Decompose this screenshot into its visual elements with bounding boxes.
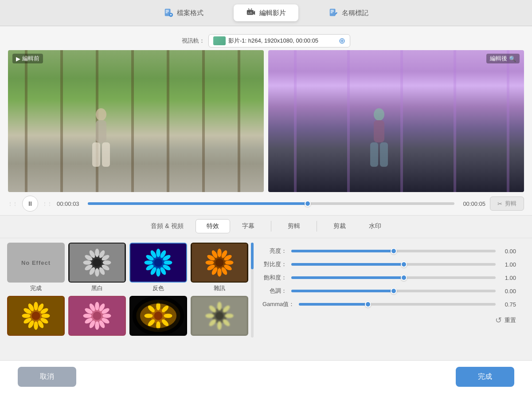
- brightness-value: 0.00: [500, 248, 516, 255]
- cut-button[interactable]: ✂ 剪輯: [490, 196, 524, 211]
- track-chevron-icon: ⊕: [339, 36, 345, 46]
- done-button[interactable]: 完成: [456, 367, 514, 387]
- tab-crop[interactable]: 剪裁: [322, 219, 357, 233]
- effect-noise[interactable]: 雜訊: [191, 243, 248, 292]
- tab-subtitles[interactable]: 字幕: [231, 219, 266, 233]
- effect-bw[interactable]: 黑白: [68, 243, 126, 292]
- before-label: ▶ 編輯前: [12, 54, 43, 63]
- search-icon-after: 🔍: [509, 55, 516, 62]
- hue-row: 色調： 0.00: [262, 287, 516, 295]
- effect-label-invert: 反色: [153, 284, 164, 292]
- gamma-thumb[interactable]: [365, 301, 371, 307]
- hue-thumb[interactable]: [391, 288, 397, 294]
- effect-blur[interactable]: [191, 296, 248, 338]
- svg-point-84: [93, 311, 101, 320]
- svg-point-38: [154, 258, 162, 267]
- effect-thumb-fisheye: [129, 296, 187, 336]
- reset-label[interactable]: 重置: [505, 316, 516, 324]
- tab-format-label: 檔案格式: [177, 9, 203, 17]
- contrast-fill: [291, 263, 404, 266]
- contrast-slider[interactable]: [291, 263, 496, 266]
- tab-divider2: [317, 221, 317, 232]
- effects-scrollbar[interactable]: [251, 243, 254, 338]
- effect-label-noise: 雜訊: [214, 284, 225, 292]
- brightness-thumb[interactable]: [391, 248, 397, 254]
- gamma-value: 0.75: [500, 301, 516, 308]
- contrast-row: 對比度： 1.00: [262, 260, 516, 268]
- gamma-fill: [299, 303, 368, 306]
- svg-point-42: [164, 260, 172, 265]
- svg-point-54: [217, 248, 222, 257]
- svg-point-94: [83, 314, 91, 318]
- svg-point-63: [205, 260, 214, 265]
- effect-fisheye[interactable]: [129, 296, 187, 338]
- svg-rect-9: [330, 9, 336, 16]
- effects-scroll-thumb: [251, 243, 254, 269]
- tab-effects[interactable]: 特效: [196, 219, 230, 233]
- svg-rect-1: [166, 10, 169, 11]
- effect-invert[interactable]: 反色: [129, 243, 187, 292]
- saturation-slider[interactable]: [291, 276, 496, 279]
- effect-thumb-blur: [191, 296, 248, 336]
- progress-thumb[interactable]: [305, 200, 311, 207]
- svg-point-91: [95, 321, 99, 330]
- effect-thumb-noise: [191, 243, 248, 283]
- saturation-thumb[interactable]: [401, 275, 407, 281]
- progress-bar[interactable]: [88, 202, 454, 205]
- svg-point-57: [225, 260, 233, 265]
- play-icon-small: ▶: [16, 55, 20, 62]
- cut-label: 剪輯: [505, 200, 516, 208]
- svg-line-7: [251, 8, 252, 10]
- svg-point-48: [144, 260, 153, 265]
- brightness-slider[interactable]: [291, 250, 496, 252]
- effects-grid: No Effect 完成: [7, 243, 248, 338]
- effect-pink[interactable]: [68, 296, 126, 338]
- tab-audio-video[interactable]: 音頻 & 視頻: [140, 219, 194, 233]
- svg-point-33: [83, 260, 91, 265]
- svg-point-45: [156, 268, 160, 276]
- effect-thumb-bw: [68, 243, 126, 283]
- brightness-fill: [291, 250, 394, 252]
- hue-fill: [291, 290, 394, 292]
- contrast-thumb[interactable]: [401, 261, 407, 267]
- svg-rect-10: [331, 10, 334, 11]
- svg-point-79: [22, 314, 30, 318]
- tab-marker[interactable]: 名稱標記: [316, 4, 381, 21]
- saturation-fill: [291, 276, 404, 279]
- svg-point-24: [95, 248, 99, 257]
- pause-button[interactable]: ⏸: [22, 196, 38, 212]
- tab-watermark[interactable]: 水印: [358, 219, 392, 233]
- svg-point-23: [93, 258, 101, 267]
- effects-row-2: [7, 296, 248, 338]
- svg-point-27: [102, 260, 111, 265]
- svg-rect-3: [166, 12, 168, 13]
- svg-point-69: [31, 311, 40, 320]
- effects-tabs: 音頻 & 視頻 特效 字幕 剪輯 剪裁 水印: [0, 216, 532, 238]
- svg-line-6: [249, 8, 250, 10]
- hue-value: 0.00: [500, 288, 516, 295]
- video-panel-after: 編輯後 🔍: [268, 50, 524, 192]
- saturation-value: 1.00: [500, 275, 516, 281]
- effects-panel: 音頻 & 視頻 特效 字幕 剪輯 剪裁 水印 No Effect: [0, 215, 532, 346]
- svg-point-39: [156, 248, 160, 257]
- svg-point-118: [225, 314, 233, 318]
- gamma-label: Gamma值：: [262, 300, 294, 308]
- hue-slider[interactable]: [291, 290, 496, 292]
- effect-thumb-warm: [7, 296, 65, 336]
- svg-point-76: [34, 321, 38, 330]
- svg-point-17: [374, 108, 384, 121]
- svg-point-88: [102, 314, 111, 318]
- tab-cut[interactable]: 剪輯: [277, 219, 311, 233]
- track-selector[interactable]: 影片-1: h264, 1920x1080, 00:00:05 ⊕: [208, 34, 350, 47]
- svg-point-120: [217, 321, 222, 330]
- effect-no-effect[interactable]: No Effect 完成: [7, 243, 65, 292]
- cancel-button[interactable]: 取消: [18, 367, 76, 387]
- svg-point-13: [96, 108, 106, 121]
- effect-warm[interactable]: [7, 296, 65, 338]
- reset-icon[interactable]: ↺: [495, 315, 502, 325]
- gamma-slider[interactable]: [299, 303, 496, 306]
- saturation-label: 飽和度：: [262, 274, 287, 282]
- svg-point-115: [215, 311, 223, 320]
- tab-edit[interactable]: 編輯影片: [234, 4, 298, 21]
- tab-format[interactable]: 檔案格式: [151, 4, 216, 21]
